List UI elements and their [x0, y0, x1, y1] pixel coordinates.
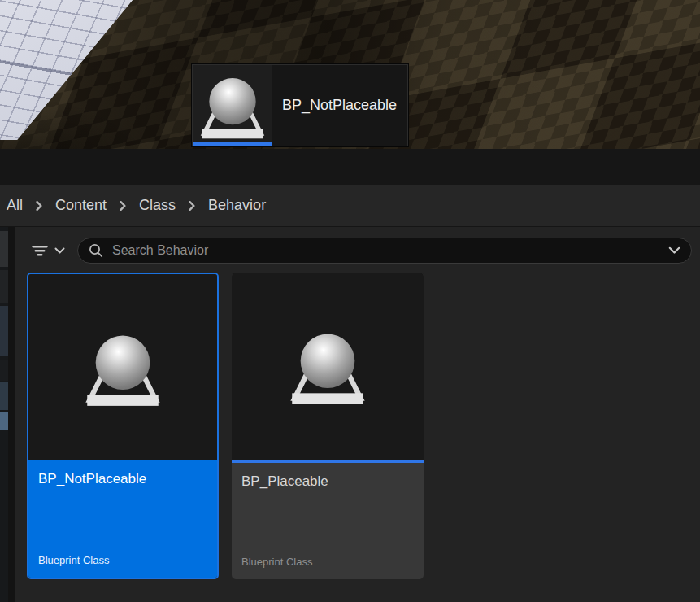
breadcrumb-item-content[interactable]: Content	[52, 197, 110, 214]
chevron-right-icon	[118, 201, 128, 211]
asset-grid: BP_NotPlaceable Blueprint Class	[27, 273, 700, 579]
asset-thumbnail	[232, 273, 424, 460]
sphere-on-pedestal-icon	[198, 71, 267, 141]
search-input[interactable]	[111, 242, 662, 259]
chevron-down-icon	[54, 247, 65, 255]
background-panel-item	[0, 360, 8, 381]
asset-view: BP_NotPlaceable Blueprint Class	[15, 227, 700, 602]
panel-divider	[8, 227, 15, 602]
background-panel-item	[0, 270, 8, 303]
background-panel-item	[0, 306, 8, 356]
breadcrumb-item-behavior[interactable]: Behavior	[205, 197, 269, 214]
background-panel-sliver	[0, 227, 8, 602]
filters-button[interactable]	[30, 244, 65, 257]
viewport-3d[interactable]: BP_NotPlaceable	[0, 0, 700, 149]
breadcrumb-item-all[interactable]: All	[3, 197, 26, 214]
sphere-on-pedestal-icon	[287, 325, 368, 407]
chevron-right-icon	[187, 201, 197, 211]
panel-header-strip	[0, 149, 700, 185]
background-panel-item	[0, 231, 8, 267]
content-browser: BP_NotPlaceable Blueprint Class	[0, 227, 700, 602]
unreal-editor-window: BP_NotPlaceable All Content Class Behavi…	[0, 0, 700, 602]
asset-tile-bp-placeable[interactable]: BP_Placeable Blueprint Class	[232, 273, 424, 579]
asset-name: BP_Placeable	[241, 473, 414, 490]
breadcrumb: All Content Class Behavior	[0, 185, 700, 227]
asset-type: Blueprint Class	[38, 554, 207, 566]
asset-thumbnail	[28, 274, 217, 460]
breadcrumb-item-class[interactable]: Class	[136, 197, 179, 214]
drag-preview: BP_NotPlaceable	[191, 63, 409, 147]
background-panel-item	[0, 382, 8, 410]
asset-type: Blueprint Class	[241, 556, 414, 568]
sphere-on-pedestal-icon	[82, 327, 163, 408]
asset-name: BP_NotPlaceable	[38, 471, 207, 487]
asset-tile-footer: BP_NotPlaceable Blueprint Class	[28, 460, 217, 578]
save-search-dropdown[interactable]	[662, 246, 680, 255]
drag-preview-thumbnail	[193, 65, 272, 146]
background-panel-item	[0, 412, 8, 430]
asset-color-stripe	[193, 142, 272, 146]
search-box	[77, 238, 692, 264]
chevron-right-icon	[34, 201, 44, 211]
filter-icon	[30, 244, 50, 257]
drag-preview-label: BP_NotPlaceable	[273, 64, 408, 146]
asset-tile-footer: BP_Placeable Blueprint Class	[232, 463, 424, 579]
chevron-down-icon	[668, 246, 680, 255]
content-browser-toolbar	[30, 238, 692, 264]
magnifier-icon	[89, 243, 103, 258]
asset-tile-bp-notplaceable[interactable]: BP_NotPlaceable Blueprint Class	[27, 273, 219, 579]
